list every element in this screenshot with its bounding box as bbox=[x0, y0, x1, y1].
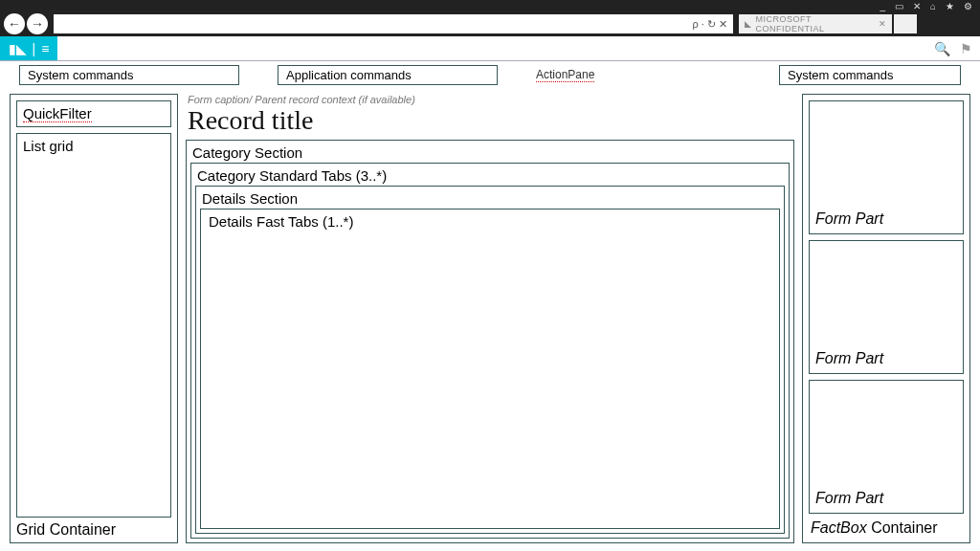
back-button[interactable]: ← bbox=[4, 13, 25, 34]
new-tab-stub[interactable] bbox=[894, 14, 917, 33]
details-column: Form caption/ Parent record context (if … bbox=[186, 94, 794, 543]
actionpane-title: ActionPane bbox=[536, 68, 594, 82]
category-section: Category Section Category Standard Tabs … bbox=[186, 140, 794, 543]
form-caption: Form caption/ Parent record context (if … bbox=[186, 94, 794, 105]
tab-label: MICROSOFT CONFIDENTIAL bbox=[756, 14, 875, 33]
factbox-container-label: FactBox Container bbox=[809, 519, 964, 537]
grid-container: QuickFilter List grid Grid Container bbox=[10, 94, 178, 543]
form-part-3[interactable]: Form Part bbox=[809, 380, 964, 514]
search-icon[interactable]: 🔍 bbox=[934, 41, 950, 56]
browser-bar: ← → ρ · ↻ ✕ ◣ MICROSOFT CONFIDENTIAL ✕ bbox=[0, 11, 980, 36]
system-commands-right[interactable]: System commands bbox=[779, 65, 961, 85]
category-standard-tabs[interactable]: Category Standard Tabs (3..*) Details Se… bbox=[190, 163, 790, 539]
gear-icon[interactable]: ⚙ bbox=[964, 1, 972, 11]
app-ribbon: ▮◣ | ≡ 🔍 ⚑ bbox=[0, 36, 980, 61]
quickfilter-label: QuickFilter bbox=[23, 105, 92, 122]
form-part-1[interactable]: Form Part bbox=[809, 100, 964, 234]
brand-menu-icon[interactable]: ≡ bbox=[41, 41, 49, 56]
record-title: Record title bbox=[186, 105, 794, 140]
brand-tile[interactable]: ▮◣ | ≡ bbox=[0, 36, 57, 60]
address-controls: ρ · ↻ ✕ bbox=[693, 18, 727, 31]
flag-icon[interactable]: ⚑ bbox=[960, 41, 972, 56]
category-section-label: Category Section bbox=[190, 143, 790, 163]
close-icon[interactable]: ✕ bbox=[913, 1, 921, 11]
system-commands-left[interactable]: System commands bbox=[19, 65, 239, 85]
list-grid[interactable]: List grid bbox=[16, 133, 171, 518]
details-fast-tabs[interactable]: Details Fast Tabs (1..*) bbox=[200, 209, 780, 529]
brand-logo-icon: ▮◣ bbox=[9, 41, 27, 56]
ribbon-search[interactable]: 🔍 ⚑ bbox=[769, 36, 980, 60]
maximize-icon[interactable]: ▭ bbox=[895, 1, 903, 11]
browser-tab[interactable]: ◣ MICROSOFT CONFIDENTIAL ✕ bbox=[739, 14, 892, 33]
minimize-icon[interactable]: _ bbox=[880, 1, 885, 11]
forward-button[interactable]: → bbox=[27, 13, 48, 34]
tab-logo-icon: ◣ bbox=[745, 19, 752, 29]
brand-divider: | bbox=[33, 41, 36, 56]
fast-tabs-label: Details Fast Tabs (1..*) bbox=[209, 213, 353, 230]
window-chrome: _ ▭ ✕ ⌂ ★ ⚙ bbox=[0, 0, 980, 11]
category-tabs-label: Category Standard Tabs (3..*) bbox=[195, 165, 785, 186]
factbox-container: Form Part Form Part Form Part FactBox Co… bbox=[802, 94, 970, 543]
grid-container-label: Grid Container bbox=[11, 518, 177, 542]
star-icon[interactable]: ★ bbox=[946, 1, 954, 11]
form-part-2[interactable]: Form Part bbox=[809, 240, 964, 374]
main-canvas: QuickFilter List grid Grid Container For… bbox=[0, 88, 980, 551]
details-section: Details Section Details Fast Tabs (1..*) bbox=[195, 186, 785, 534]
tab-close-icon[interactable]: ✕ bbox=[879, 19, 887, 29]
list-grid-label: List grid bbox=[23, 138, 74, 154]
action-pane: System commands Application commands Act… bbox=[0, 61, 980, 88]
address-bar[interactable]: ρ · ↻ ✕ bbox=[54, 14, 733, 33]
quickfilter[interactable]: QuickFilter bbox=[16, 100, 171, 127]
home-icon[interactable]: ⌂ bbox=[930, 1, 936, 11]
application-commands[interactable]: Application commands bbox=[278, 65, 498, 85]
details-section-label: Details Section bbox=[200, 188, 780, 209]
